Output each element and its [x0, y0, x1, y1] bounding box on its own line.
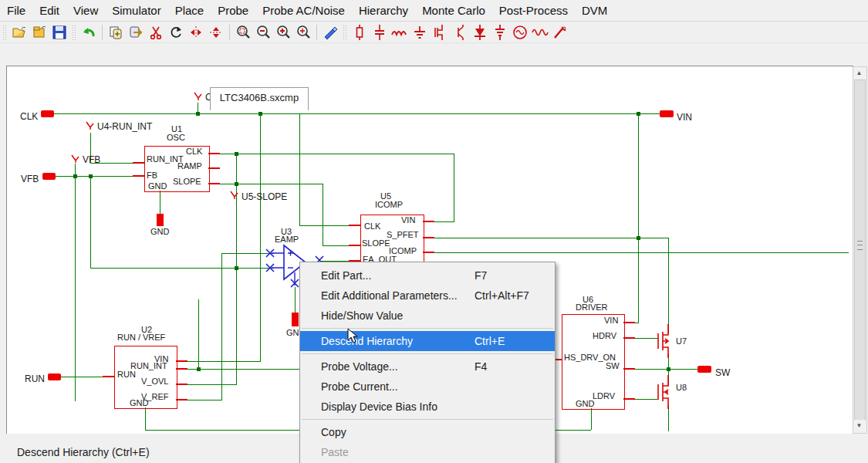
menu-simulator[interactable]: Simulator	[105, 1, 167, 21]
net-label[interactable]: U4-RUN_INT	[97, 121, 152, 132]
pin[interactable]	[423, 252, 434, 253]
terminal-sw[interactable]	[697, 366, 711, 373]
menu-probe[interactable]: Probe	[211, 1, 255, 21]
context-menu-item-display-device-bias-info[interactable]: Display Device Bias Info	[300, 397, 555, 417]
pin[interactable]	[176, 384, 187, 385]
place-resistor-icon[interactable]	[350, 23, 369, 42]
wire[interactable]	[145, 407, 146, 430]
pin[interactable]	[208, 183, 220, 184]
undo-icon[interactable]	[79, 23, 98, 42]
pin[interactable]	[623, 368, 635, 370]
pin[interactable]	[208, 167, 220, 169]
context-menu-item-probe-voltage[interactable]: Probe Voltage... F4	[300, 357, 555, 377]
place-pnp-icon[interactable]	[451, 23, 469, 42]
pin[interactable]	[623, 398, 635, 400]
place-ground-icon[interactable]	[410, 23, 429, 42]
gnd-terminal[interactable]	[292, 313, 299, 326]
terminal-vfb[interactable]	[42, 173, 56, 180]
copy-icon[interactable]	[106, 23, 125, 42]
wire[interactable]	[208, 154, 454, 154]
wire[interactable]	[299, 113, 300, 225]
menu-dvm[interactable]: DVM	[575, 1, 614, 21]
menu-monte-carlo[interactable]: Monte Carlo	[415, 1, 492, 21]
gnd-terminal[interactable]	[157, 214, 164, 226]
zoom-area-icon[interactable]	[294, 23, 312, 42]
pin[interactable]	[349, 245, 360, 246]
place-probe-icon[interactable]	[551, 23, 569, 42]
terminal-clk[interactable]	[41, 110, 54, 117]
wire[interactable]	[454, 154, 454, 221]
wire[interactable]	[299, 225, 350, 226]
pin[interactable]	[133, 162, 144, 164]
wire[interactable]	[260, 113, 261, 361]
pin[interactable]	[623, 322, 635, 323]
place-ac-source-icon[interactable]	[511, 23, 529, 42]
terminal-vin[interactable]	[660, 110, 674, 117]
mirror-horizontal-icon[interactable]	[187, 23, 205, 42]
rotate-icon[interactable]	[167, 23, 185, 42]
wire[interactable]	[176, 361, 261, 362]
terminal-run[interactable]	[48, 373, 61, 380]
pin[interactable]	[349, 225, 360, 226]
toolbar-grip[interactable]	[2, 25, 7, 40]
scroll-up-arrow[interactable]: ▲	[853, 67, 865, 79]
mirror-vertical-icon[interactable]	[207, 23, 225, 42]
component-u8-mosfet[interactable]	[653, 375, 673, 409]
pin[interactable]	[623, 337, 635, 339]
place-inductor-icon[interactable]	[390, 23, 409, 42]
wire[interactable]	[198, 299, 199, 369]
place-nmos-icon[interactable]	[431, 23, 449, 42]
net-label[interactable]: VFB	[83, 154, 100, 165]
wire[interactable]	[54, 113, 661, 114]
wire[interactable]	[668, 405, 669, 431]
wire-pencil-icon[interactable]	[321, 23, 339, 42]
toolbar-grip[interactable]	[343, 25, 347, 40]
save-icon[interactable]	[50, 23, 69, 42]
menu-hierarchy[interactable]: Hierarchy	[352, 1, 415, 21]
net-label[interactable]: U5-SLOPE	[241, 191, 287, 202]
wire[interactable]	[668, 238, 669, 333]
wire[interactable]	[90, 176, 91, 268]
context-menu-item-edit-additional-parameters[interactable]: Edit Additional Parameters... Ctrl+Alt+F…	[300, 286, 555, 306]
context-menu-item-hide-show-value[interactable]: Hide/Show Value	[300, 306, 555, 326]
place-diode-icon[interactable]	[471, 23, 489, 42]
paste-icon[interactable]	[127, 23, 145, 42]
menu-place[interactable]: Place	[168, 1, 211, 21]
wire[interactable]	[591, 408, 592, 430]
wire[interactable]	[638, 113, 639, 323]
context-menu-item-copy[interactable]: Copy	[300, 422, 555, 442]
open-folder-icon[interactable]	[30, 23, 49, 42]
scroll-down-arrow[interactable]: ▼	[853, 420, 865, 431]
zoom-fit-icon[interactable]	[234, 23, 252, 42]
menu-probe-ac-noise[interactable]: Probe AC/Noise	[255, 1, 352, 21]
wire[interactable]	[75, 176, 76, 401]
wire[interactable]	[423, 238, 668, 238]
pin[interactable]	[423, 237, 434, 238]
place-waveform-source-icon[interactable]	[531, 23, 549, 42]
wire[interactable]	[54, 176, 133, 177]
vertical-scrollbar[interactable]: ▲ ▼	[853, 66, 867, 434]
zoom-out-icon[interactable]	[254, 23, 272, 42]
menu-view[interactable]: View	[66, 1, 105, 21]
wire[interactable]	[221, 253, 222, 400]
menu-file[interactable]: File	[0, 1, 32, 21]
toolbar-grip[interactable]	[72, 25, 76, 40]
component-u7-mosfet[interactable]	[653, 324, 673, 358]
wire[interactable]	[160, 191, 160, 214]
context-menu-item-edit-part[interactable]: Edit Part... F7	[300, 265, 555, 286]
pin[interactable]	[176, 360, 187, 362]
pin[interactable]	[176, 399, 187, 400]
wire[interactable]	[323, 184, 323, 245]
tab-ltc3406b-component[interactable]: LTC3406B.sxcmp	[210, 87, 309, 110]
pin[interactable]	[176, 368, 187, 370]
pin[interactable]	[103, 376, 114, 377]
pin[interactable]	[133, 175, 144, 177]
menu-edit[interactable]: Edit	[32, 1, 66, 21]
pin[interactable]	[208, 153, 220, 154]
open-schematic-icon[interactable]	[10, 23, 29, 42]
menu-post-process[interactable]: Post-Process	[492, 1, 575, 21]
place-capacitor-icon[interactable]	[370, 23, 389, 42]
pin[interactable]	[423, 221, 434, 222]
scrollbar-thumb[interactable]	[854, 79, 866, 421]
place-zener-icon[interactable]	[491, 23, 509, 42]
